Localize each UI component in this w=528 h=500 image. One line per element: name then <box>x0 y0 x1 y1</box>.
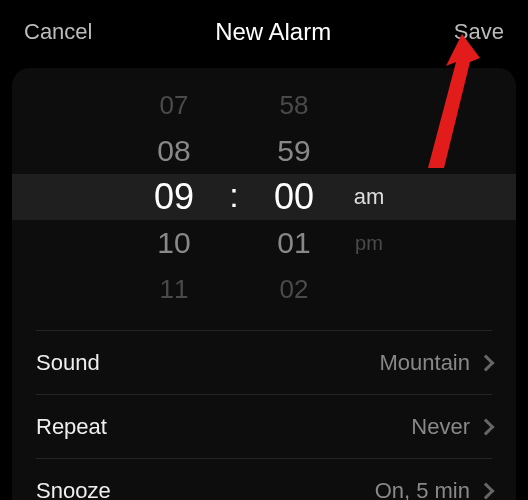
snooze-label: Snooze <box>36 478 111 501</box>
header: Cancel New Alarm Save <box>0 0 528 64</box>
hour-option[interactable]: 11 <box>160 266 189 312</box>
colon-column: : <box>219 82 249 312</box>
minute-option[interactable]: 02 <box>280 266 309 312</box>
sound-right: Mountain <box>379 350 492 376</box>
repeat-value: Never <box>411 414 470 440</box>
minute-option[interactable]: 01 <box>277 220 310 266</box>
cancel-button[interactable]: Cancel <box>24 19 92 45</box>
repeat-right: Never <box>411 414 492 440</box>
time-picker[interactable]: 07 08 09 10 11 : 58 59 00 01 02 am pm <box>12 82 516 312</box>
chevron-right-icon <box>478 354 495 371</box>
sound-value: Mountain <box>379 350 470 376</box>
minute-wheel[interactable]: 58 59 00 01 02 <box>249 82 339 312</box>
minute-option[interactable]: 59 <box>277 128 310 174</box>
snooze-row[interactable]: Snooze On, 5 min <box>36 458 492 500</box>
ampm-option[interactable]: pm <box>355 220 383 266</box>
repeat-row[interactable]: Repeat Never <box>36 394 492 458</box>
ampm-wheel[interactable]: am pm <box>339 82 399 312</box>
minute-option[interactable]: 58 <box>280 82 309 128</box>
chevron-right-icon <box>478 418 495 435</box>
hour-wheel[interactable]: 07 08 09 10 11 <box>129 82 219 312</box>
snooze-value: On, 5 min <box>375 478 470 501</box>
repeat-label: Repeat <box>36 414 107 440</box>
ampm-selected[interactable]: am <box>354 174 385 220</box>
page-title: New Alarm <box>215 18 331 46</box>
save-button[interactable]: Save <box>454 19 504 45</box>
settings-list: Sound Mountain Repeat Never Snooze On, 5… <box>12 330 516 500</box>
hour-option[interactable]: 08 <box>157 128 190 174</box>
alarm-card: 07 08 09 10 11 : 58 59 00 01 02 am pm So… <box>12 68 516 500</box>
colon: : <box>219 174 249 220</box>
snooze-right: On, 5 min <box>375 478 492 501</box>
hour-selected[interactable]: 09 <box>154 174 194 220</box>
hour-option[interactable]: 10 <box>157 220 190 266</box>
hour-option[interactable]: 07 <box>160 82 189 128</box>
chevron-right-icon <box>478 482 495 499</box>
sound-row[interactable]: Sound Mountain <box>36 330 492 394</box>
minute-selected[interactable]: 00 <box>274 174 314 220</box>
sound-label: Sound <box>36 350 100 376</box>
